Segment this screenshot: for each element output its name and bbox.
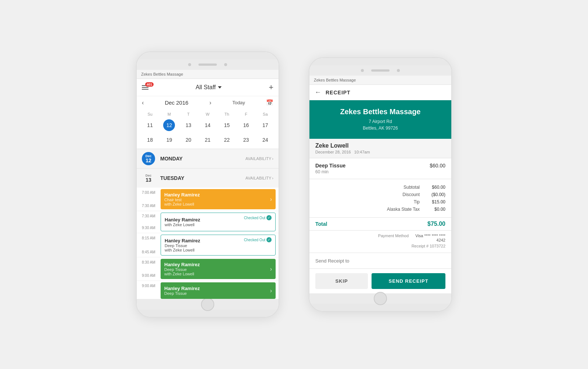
app-title-bar: Zekes Bettles Massage	[137, 70, 279, 79]
receipt-address-line2: Bettles, AK 99726	[315, 125, 445, 131]
time-start-4: 8:30 AM	[142, 260, 158, 264]
tuesday-name: TUESDAY	[160, 175, 240, 181]
calendar-icon[interactable]: 📅	[266, 99, 273, 106]
cal-date-19[interactable]: 19	[163, 134, 175, 146]
monday-availability[interactable]: AVAILABILITY ›	[245, 156, 273, 161]
back-button[interactable]: ←	[315, 88, 321, 96]
app2-title: Zekes Bettles Massage	[314, 78, 356, 82]
today-button[interactable]: Today	[232, 100, 245, 105]
cal-date-17[interactable]: 17	[259, 119, 271, 131]
speaker	[198, 64, 217, 66]
appt-time-2: 7:30 AM 9:30 AM	[137, 211, 161, 233]
tax-row: Alaska State Tax $0.00	[315, 206, 445, 213]
tip-label: Tip	[315, 199, 420, 205]
cal-date-11[interactable]: 11	[144, 119, 156, 131]
service-duration: 60 min	[315, 169, 345, 174]
appointment-1: 7:00 AM 7:30 AM Hanley Ramirez Chair tes…	[137, 188, 279, 211]
phone1-inner: Zekes Bettles Massage 401 All Staff + ‹	[137, 70, 279, 299]
appt-time-5: 9:00 AM	[137, 281, 161, 299]
monday-name: MONDAY	[160, 156, 240, 162]
cal-date-14[interactable]: 14	[202, 119, 214, 131]
send-receipt-input[interactable]	[315, 258, 445, 264]
page-container: Zekes Bettles Massage 401 All Staff + ‹	[0, 37, 588, 332]
monday-header[interactable]: Dec 12 MONDAY AVAILABILITY ›	[137, 149, 279, 168]
staff-selector[interactable]: All Staff	[196, 84, 222, 91]
schedule-monday: Dec 12 MONDAY AVAILABILITY ›	[137, 149, 279, 168]
sensor-icon	[224, 63, 227, 66]
service-details: Deep Tissue 60 min	[315, 163, 345, 174]
appt-time-1: 7:00 AM 7:30 AM	[137, 188, 161, 211]
phone-receipt: Zekes Bettles Massage ← RECEIPT Zekes Be…	[309, 57, 452, 312]
home-button[interactable]	[201, 298, 214, 311]
cal-date-12[interactable]: 12	[163, 119, 175, 131]
appt-staff-1: with Zeke Lowell	[164, 202, 272, 206]
time-end-2: 9:30 AM	[142, 226, 158, 230]
client-time: 10:47am	[354, 150, 370, 154]
appointment-2: 7:30 AM 9:30 AM Hanley Ramirez with Zeke…	[137, 211, 279, 233]
cal-date-15[interactable]: 15	[221, 119, 233, 131]
tip-row: Tip $15.00	[315, 198, 445, 206]
notification-badge: 401	[145, 82, 154, 87]
sensor-icon-2	[397, 69, 400, 72]
payment-method-value: Visa **** **** **** 4242	[409, 234, 445, 242]
service-name: Deep Tissue	[315, 163, 345, 169]
calendar-month-label: Dec 2016	[165, 100, 188, 106]
cal-date-23[interactable]: 23	[240, 134, 252, 146]
send-receipt-button[interactable]: SEND RECEIPT	[372, 273, 445, 289]
phone-calendar: Zekes Bettles Massage 401 All Staff + ‹	[136, 51, 279, 318]
cal-date-16[interactable]: 16	[240, 119, 252, 131]
check-icon-2: ✓	[266, 215, 272, 220]
hamburger-line3	[142, 89, 148, 90]
tuesday-header[interactable]: Dec 13 TUESDAY AVAILABILITY ›	[137, 169, 279, 188]
discount-row: Discount ($0.00)	[315, 191, 445, 198]
hamburger-line2	[142, 87, 148, 88]
visa-number: Visa **** **** ****	[415, 234, 445, 238]
receipt-summary-section: Subtotal $60.00 Discount ($0.00) Tip $15…	[309, 179, 451, 218]
prev-month-button[interactable]: ‹	[142, 100, 144, 106]
discount-label: Discount	[315, 192, 420, 197]
chevron-right-icon: ›	[272, 156, 273, 161]
home-button-2[interactable]	[374, 292, 387, 305]
appt-card-1[interactable]: Hanley Ramirez Chair test with Zeke Lowe…	[161, 189, 276, 209]
appt-name-1: Hanley Ramirez	[164, 192, 272, 198]
cal-date-18[interactable]: 18	[144, 134, 156, 146]
receipt-num: 1073722	[430, 244, 445, 248]
appt-card-3[interactable]: Hanley Ramirez Deep Tissue with Zeke Low…	[161, 235, 276, 256]
appt-card-5[interactable]: Hanley Ramirez Deep Tissue ›	[161, 282, 276, 299]
tuesday-num: 13	[146, 177, 151, 182]
calendar-week-1: 11 12 13 14 15 16 17	[140, 118, 275, 133]
subtotal-value: $60.00	[420, 185, 445, 190]
time-end-1: 7:30 AM	[142, 204, 158, 208]
cal-date-24[interactable]: 24	[259, 134, 271, 146]
appt-service-5: Deep Tissue	[164, 291, 272, 296]
appt-name-5: Hanley Ramirez	[164, 286, 272, 291]
hamburger-menu[interactable]: 401	[142, 85, 148, 90]
receipt-service-section: Deep Tissue 60 min $60.00	[309, 158, 451, 179]
day-label-w: W	[198, 112, 217, 116]
phone2-top-bar	[309, 65, 451, 76]
appt-time-3: 8:15 AM 8:45 AM	[137, 233, 161, 257]
calendar-nav: ‹ Dec 2016 › Today 📅	[137, 96, 279, 109]
receipt-actions: SKIP SEND RECEIPT	[309, 269, 451, 293]
cal-date-22[interactable]: 22	[221, 134, 233, 146]
app-title: Zekes Bettles Massage	[141, 72, 183, 76]
appt-card-2[interactable]: Hanley Ramirez with Zeke Lowell Checked …	[161, 213, 276, 231]
subtotal-row: Subtotal $60.00	[315, 184, 445, 191]
staff-label: All Staff	[196, 84, 216, 91]
cal-date-21[interactable]: 21	[202, 134, 214, 146]
appt-staff-3: with Zeke Lowell	[165, 248, 272, 252]
calendar-grid: Su M T W Th F Sa 11 12 13 14 15 16 17	[137, 109, 279, 149]
cal-date-13[interactable]: 13	[183, 119, 194, 131]
camera-icon	[188, 63, 191, 66]
time-start-2: 7:30 AM	[142, 214, 158, 218]
next-month-button[interactable]: ›	[209, 100, 211, 106]
appt-card-4[interactable]: Hanley Ramirez Deep Tissue with Zeke Low…	[161, 259, 276, 279]
calendar-days-header: Su M T W Th F Sa	[140, 111, 275, 118]
cal-date-20[interactable]: 20	[183, 134, 194, 146]
appointment-5: 9:00 AM Hanley Ramirez Deep Tissue ›	[137, 281, 279, 299]
camera-icon-2	[361, 69, 364, 72]
phone2-bottom-bar	[309, 293, 451, 304]
tuesday-availability[interactable]: AVAILABILITY ›	[245, 176, 273, 180]
add-appointment-button[interactable]: +	[269, 83, 273, 92]
skip-button[interactable]: SKIP	[315, 273, 368, 289]
